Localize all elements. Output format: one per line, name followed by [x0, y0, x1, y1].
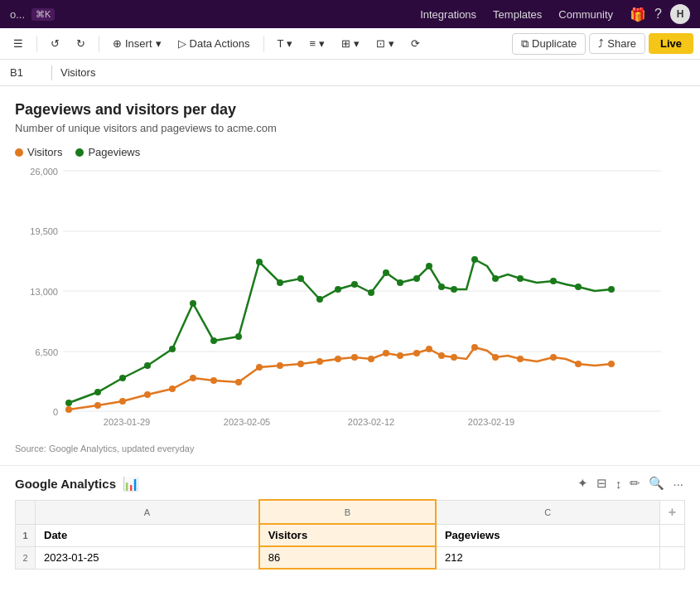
- cell-reference: B1: [10, 66, 43, 79]
- ga-title: Google Analytics: [15, 477, 116, 491]
- svg-point-19: [190, 300, 196, 307]
- merge-button[interactable]: ⊡ ▾: [369, 34, 401, 53]
- svg-point-48: [235, 379, 242, 385]
- svg-point-59: [426, 346, 432, 352]
- svg-point-17: [144, 362, 151, 369]
- table-row: 2 2023-01-25 86 212: [16, 546, 685, 569]
- toolbar-right-group: ⧉ Duplicate ⤴ Share Live: [512, 33, 693, 55]
- text-format-chevron: ▾: [287, 37, 292, 50]
- svg-point-57: [397, 352, 403, 359]
- svg-point-62: [471, 344, 478, 351]
- svg-point-44: [144, 391, 151, 398]
- data-actions-icon: ▷: [178, 37, 186, 50]
- svg-point-38: [550, 278, 557, 284]
- community-link[interactable]: Community: [558, 8, 613, 21]
- cell-format-button[interactable]: ⊞ ▾: [335, 34, 366, 53]
- svg-point-54: [351, 354, 358, 361]
- pageviews-label: Pageviews: [88, 146, 140, 158]
- svg-point-65: [550, 354, 557, 361]
- chart-icon: ⟳: [411, 37, 420, 50]
- cell-reference-bar: B1 Visitors: [0, 60, 700, 86]
- ga-filter-button[interactable]: ⊟: [595, 474, 609, 492]
- duplicate-icon: ⧉: [521, 37, 529, 51]
- svg-text:19,500: 19,500: [30, 226, 58, 236]
- ga-sort-button[interactable]: ↕: [614, 475, 624, 492]
- top-nav-left: o... ⌘K: [10, 8, 55, 21]
- live-button[interactable]: Live: [649, 33, 693, 54]
- toolbar-separator-1: [36, 36, 37, 52]
- ga-search-button[interactable]: 🔍: [647, 474, 666, 492]
- integrations-link[interactable]: Integrations: [420, 8, 476, 21]
- toolbar-separator-2: [99, 36, 99, 52]
- merge-chevron: ▾: [389, 37, 394, 50]
- svg-point-60: [438, 352, 445, 359]
- svg-point-45: [169, 385, 176, 392]
- svg-point-40: [608, 286, 615, 293]
- file-name: o...: [10, 8, 25, 21]
- row-number: 2: [16, 546, 36, 569]
- undo-button[interactable]: ↺: [44, 34, 66, 53]
- redo-button[interactable]: ↻: [70, 34, 92, 53]
- duplicate-button[interactable]: ⧉ Duplicate: [512, 33, 586, 55]
- pageviews-dot: [75, 148, 84, 157]
- svg-point-22: [256, 259, 263, 265]
- templates-link[interactable]: Templates: [493, 8, 542, 21]
- svg-point-52: [316, 358, 323, 365]
- ga-edit-button[interactable]: ✏: [628, 474, 642, 492]
- align-chevron: ▾: [319, 37, 325, 50]
- svg-point-33: [438, 284, 445, 290]
- avatar[interactable]: H: [670, 4, 690, 24]
- svg-text:2023-02-12: 2023-02-12: [348, 417, 394, 427]
- svg-point-14: [65, 400, 72, 406]
- svg-text:2023-01-29: 2023-01-29: [104, 417, 150, 427]
- chart-button[interactable]: ⟳: [404, 34, 427, 53]
- share-button[interactable]: ⤴ Share: [589, 33, 645, 54]
- merge-icon: ⊡: [376, 37, 385, 50]
- insert-button[interactable]: ⊕ Insert ▾: [106, 34, 168, 53]
- svg-point-20: [210, 337, 217, 344]
- col-header-b: B: [259, 500, 436, 524]
- add-column-button[interactable]: +: [659, 500, 684, 524]
- help-icon[interactable]: ?: [654, 7, 662, 22]
- cell-pageviews[interactable]: 212: [436, 546, 659, 569]
- share-icon: ⤴: [598, 37, 604, 50]
- toolbar-separator-3: [263, 36, 264, 52]
- ga-chart-icon: 📊: [123, 476, 139, 492]
- svg-point-50: [277, 362, 283, 369]
- svg-text:6,500: 6,500: [35, 347, 58, 357]
- shortcut-kbd: ⌘K: [31, 8, 55, 21]
- chart-legend: Visitors Pageviews: [15, 146, 685, 158]
- align-button[interactable]: ≡ ▾: [302, 34, 331, 53]
- svg-point-56: [383, 350, 389, 356]
- svg-point-35: [471, 256, 478, 263]
- svg-point-30: [397, 279, 403, 286]
- top-nav-icons: 🎁 ? H: [630, 4, 690, 24]
- chart-title: Pageviews and visitors per day: [15, 101, 685, 119]
- gift-icon[interactable]: 🎁: [630, 7, 646, 22]
- svg-point-63: [492, 354, 499, 361]
- svg-text:13,000: 13,000: [30, 287, 58, 297]
- data-actions-button[interactable]: ▷ Data Actions: [171, 34, 257, 53]
- svg-point-28: [368, 289, 374, 296]
- main-content: Pageviews and visitors per day Number of…: [0, 86, 700, 570]
- svg-point-41: [65, 406, 72, 413]
- cellbar-separator: [51, 65, 52, 80]
- cell-format-chevron: ▾: [354, 37, 360, 50]
- ga-sparkle-button[interactable]: ✦: [576, 474, 590, 492]
- svg-point-29: [383, 269, 389, 276]
- chart-subtitle: Number of unique visitors and pageviews …: [15, 122, 685, 134]
- svg-point-51: [297, 361, 304, 367]
- cell-visitors[interactable]: 86: [259, 546, 436, 569]
- svg-point-18: [169, 346, 176, 352]
- legend-visitors: Visitors: [15, 146, 62, 158]
- svg-text:0: 0: [53, 407, 58, 417]
- insert-chevron-icon: ▾: [156, 37, 162, 50]
- svg-point-21: [235, 333, 242, 340]
- svg-point-27: [351, 281, 358, 288]
- sidebar-toggle-button[interactable]: ☰: [7, 34, 30, 53]
- ga-more-button[interactable]: ···: [671, 475, 685, 492]
- ga-table: A B C + 1 Date Visitors Pageviews 2 2023…: [15, 499, 685, 570]
- text-format-button[interactable]: T ▾: [271, 34, 300, 53]
- toolbar: ☰ ↺ ↻ ⊕ Insert ▾ ▷ Data Actions T ▾ ≡ ▾ …: [0, 28, 700, 60]
- cell-date[interactable]: 2023-01-25: [36, 546, 259, 569]
